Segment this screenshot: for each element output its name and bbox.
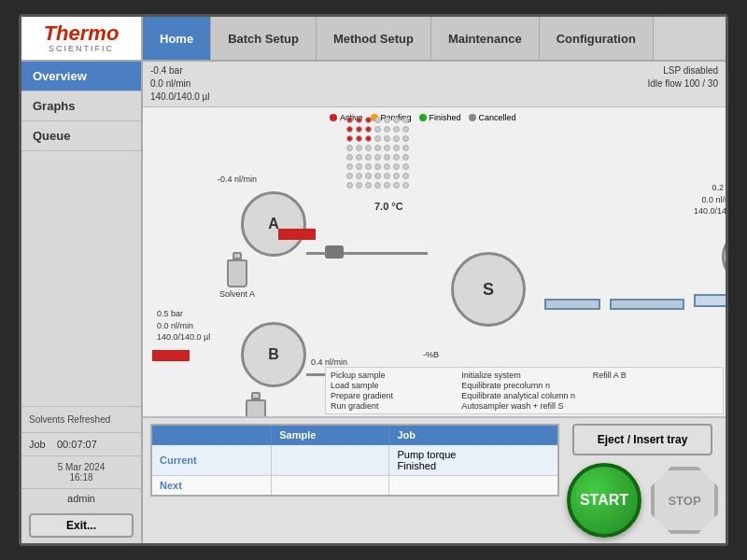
status-volume: 140.0/140.0 µl bbox=[150, 91, 210, 104]
job-table-header-row: Sample Job bbox=[151, 425, 558, 445]
tab-batch-setup[interactable]: Batch Setup bbox=[211, 17, 317, 60]
bottle-a-neck bbox=[233, 252, 242, 259]
si-equil-pre: Equilibrate precolumn n bbox=[461, 381, 586, 390]
action-buttons: START STOP bbox=[567, 463, 718, 538]
sidebar-date-value: 5 Mar 2024 bbox=[29, 462, 134, 472]
bottle-a-body bbox=[227, 259, 247, 287]
legend-finished-label: Finished bbox=[430, 113, 461, 122]
sidebar-item-queue[interactable]: Queue bbox=[21, 121, 141, 151]
sidebar-spacer bbox=[21, 151, 141, 406]
si-prepare: Prepare gradient bbox=[331, 391, 456, 400]
pipe-b-valve bbox=[306, 373, 327, 376]
pump-w-volume: 140.0/140.0 µl bbox=[694, 205, 726, 229]
si-equil-ana: Equilibrate analytical column n bbox=[461, 391, 586, 400]
sidebar-item-overview[interactable]: Overview bbox=[21, 62, 141, 91]
pump-b-flow: 0.0 nl/min bbox=[157, 320, 210, 332]
pump-a-press-bar bbox=[278, 229, 316, 240]
job-table-head: Sample Job bbox=[151, 425, 558, 445]
pump-w: W bbox=[722, 229, 726, 285]
current-sample bbox=[272, 445, 389, 476]
tab-configuration[interactable]: Configuration bbox=[540, 17, 654, 60]
current-job-pump: Pump torque bbox=[397, 449, 550, 460]
logo-thermo: Thermo bbox=[44, 23, 120, 44]
bottle-b-neck bbox=[251, 392, 261, 399]
right-buttons: Eject / Insert tray START STOP bbox=[567, 424, 718, 538]
tab-home[interactable]: Home bbox=[143, 17, 211, 60]
si-pickup: Pickup sample bbox=[331, 371, 456, 380]
bottle-b-body bbox=[246, 399, 266, 417]
si-refill: Refill A B bbox=[593, 371, 718, 380]
detector bbox=[694, 294, 726, 307]
eject-insert-tray-button[interactable]: Eject / Insert tray bbox=[572, 424, 712, 455]
tab-method-setup[interactable]: Method Setup bbox=[317, 17, 431, 60]
sample-plate: (function(){ const dm = document.current… bbox=[346, 117, 409, 191]
logo-scientific: SCIENTIFIC bbox=[49, 44, 114, 53]
stop-button[interactable]: STOP bbox=[651, 467, 718, 534]
tab-maintenance[interactable]: Maintenance bbox=[431, 17, 540, 60]
pipe-va-mixer bbox=[344, 252, 428, 255]
table-row-current: Current Pump torque Finished bbox=[151, 445, 558, 476]
current-job1: Pump torque Finished bbox=[389, 445, 558, 476]
bottom-row: Sample Job Current Pump torque Finished bbox=[150, 424, 718, 538]
nav-tabs: Home Batch Setup Method Setup Maintenanc… bbox=[143, 17, 726, 60]
content-area: -0.4 bar 0.0 nl/min 140.0/140.0 µl LSP d… bbox=[143, 62, 726, 543]
logo-area: Thermo SCIENTIFIC bbox=[21, 17, 143, 60]
sidebar-date: 5 Mar 2024 16:18 bbox=[21, 455, 141, 488]
header: Thermo SCIENTIFIC Home Batch Setup Metho… bbox=[21, 17, 726, 62]
next-label: Next bbox=[151, 476, 272, 497]
table-row-next: Next bbox=[151, 476, 558, 497]
autosampler: S bbox=[451, 252, 526, 327]
bottle-a-label: Solvent A bbox=[219, 289, 255, 299]
status-bar: -0.4 bar 0.0 nl/min 140.0/140.0 µl LSP d… bbox=[143, 62, 726, 107]
status-pressure: -0.4 bar bbox=[150, 64, 210, 77]
gradient-label: -%B bbox=[423, 350, 439, 359]
status-info: Pickup sample Initialize system Refill A… bbox=[325, 367, 724, 414]
valve-a bbox=[325, 245, 344, 259]
bottle-a: Solvent A bbox=[219, 252, 255, 299]
bottle-b: Solvent B: 5% ACN bbox=[219, 392, 292, 417]
pump-w-flow: 0.0 nl/min bbox=[694, 194, 726, 206]
si-empty3 bbox=[593, 401, 718, 411]
main-screen: Thermo SCIENTIFIC Home Batch Setup Metho… bbox=[19, 14, 728, 546]
bottom-panel: Sample Job Current Pump torque Finished bbox=[143, 417, 726, 543]
pump-b-press-bar bbox=[152, 350, 190, 361]
si-run: Run gradient bbox=[331, 401, 456, 411]
si-wash: Autosampler wash + refill S bbox=[461, 401, 586, 411]
next-job bbox=[389, 476, 558, 497]
col-row-label bbox=[151, 425, 272, 445]
cancelled-dot bbox=[469, 114, 476, 121]
status-left: -0.4 bar 0.0 nl/min 140.0/140.0 µl bbox=[150, 64, 210, 104]
status-flow: 0.0 nl/min bbox=[150, 77, 210, 91]
pump-b-volume: 140.0/140.0 µl bbox=[157, 331, 210, 343]
current-job-finished: Finished bbox=[397, 460, 550, 471]
legend-cancelled-label: Cancelled bbox=[479, 113, 516, 122]
pump-w-pressure: 0.2 bar bbox=[694, 182, 726, 194]
pump-b-info: 0.5 bar 0.0 nl/min 140.0/140.0 µl bbox=[157, 308, 210, 343]
pump-b: B bbox=[241, 322, 306, 387]
pump-b-label: B bbox=[268, 346, 279, 363]
status-right: LSP disabled Idle flow 100 / 30 bbox=[647, 64, 718, 104]
idle-flow: Idle flow 100 / 30 bbox=[647, 77, 718, 91]
diagram-area: Active Pending Finished Cancelled bbox=[143, 107, 726, 417]
sidebar-solvents-refreshed: Solvents Refreshed bbox=[21, 406, 141, 432]
autosampler-label: S bbox=[483, 280, 494, 300]
analytical-column bbox=[610, 299, 684, 310]
pump-w-info: 0.2 bar 0.0 nl/min 140.0/140.0 µl bbox=[694, 182, 726, 229]
si-load: Load sample bbox=[331, 381, 456, 390]
legend-finished: Finished bbox=[419, 113, 461, 122]
si-init: Initialize system bbox=[461, 371, 586, 380]
main-area: Overview Graphs Queue Solvents Refreshed… bbox=[21, 62, 726, 543]
job-table: Sample Job Current Pump torque Finished bbox=[150, 424, 559, 497]
finished-dot bbox=[419, 114, 427, 121]
col-sample: Sample bbox=[272, 425, 389, 445]
exit-button[interactable]: Exit... bbox=[29, 513, 134, 538]
active-dot bbox=[330, 114, 337, 121]
pump-b-flow2: 0.4 nl/min bbox=[311, 357, 347, 367]
si-empty2 bbox=[593, 391, 718, 400]
start-button[interactable]: START bbox=[567, 463, 641, 538]
sidebar-job-time: 00:07:07 bbox=[57, 439, 97, 450]
status-info-grid: Pickup sample Initialize system Refill A… bbox=[331, 371, 718, 411]
sidebar-item-graphs[interactable]: Graphs bbox=[21, 91, 141, 121]
pump-a-pressure: -0.4 nl/min bbox=[218, 175, 257, 184]
legend-cancelled: Cancelled bbox=[469, 113, 516, 122]
